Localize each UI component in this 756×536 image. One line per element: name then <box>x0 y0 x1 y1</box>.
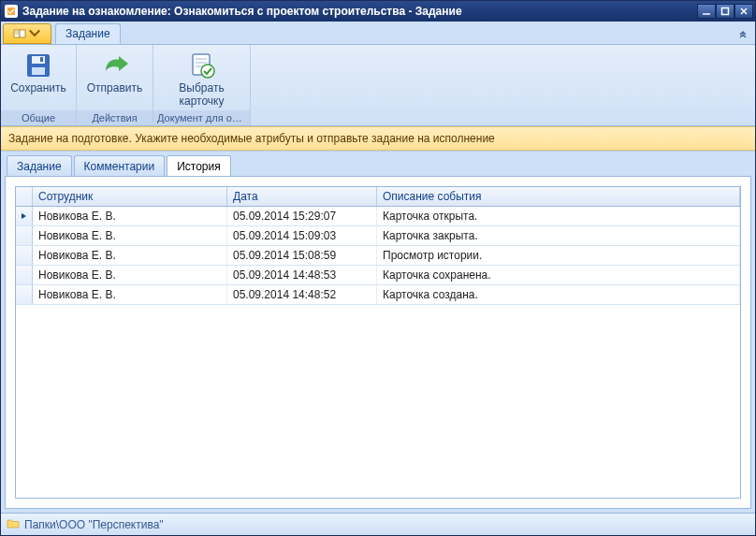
content-tabs: Задание Комментарии История <box>1 151 755 176</box>
choose-card-label: Выбрать карточку <box>179 82 224 109</box>
ribbon-group-label: Действия <box>77 110 153 125</box>
cell-employee: Новикова Е. В. <box>33 246 227 265</box>
maximize-button[interactable] <box>716 4 734 19</box>
card-check-icon <box>187 51 217 80</box>
titlebar: Задание на ознакомление: Ознакомиться с … <box>1 1 755 22</box>
table-row[interactable]: Новикова Е. В.05.09.2014 15:09:03Карточк… <box>16 226 740 246</box>
cell-date: 05.09.2014 15:09:03 <box>227 226 377 245</box>
svg-rect-8 <box>32 67 45 75</box>
send-button[interactable]: Отправить <box>85 49 145 95</box>
table-row[interactable]: Новикова Е. В.05.09.2014 14:48:53Карточк… <box>16 266 740 285</box>
cell-desc: Карточка создана. <box>377 285 740 304</box>
history-grid: Сотрудник Дата Описание события Новикова… <box>15 186 741 499</box>
row-indicator <box>16 266 33 284</box>
cell-date: 05.09.2014 14:48:53 <box>227 266 377 284</box>
floppy-icon <box>23 51 53 80</box>
ribbon-group-label: Документ для озн… <box>153 110 250 125</box>
send-icon <box>100 51 130 80</box>
col-employee[interactable]: Сотрудник <box>33 187 227 206</box>
row-header-corner <box>16 187 33 206</box>
cell-date: 05.09.2014 15:29:07 <box>227 207 377 225</box>
grid-body[interactable]: Новикова Е. В.05.09.2014 15:29:07Карточк… <box>16 207 740 498</box>
svg-rect-3 <box>20 30 25 37</box>
cell-employee: Новикова Е. В. <box>33 285 227 304</box>
app-window: Задание на ознакомление: Ознакомиться с … <box>0 0 756 536</box>
tab-comments[interactable]: Комментарии <box>74 155 166 176</box>
ribbon-group-label: Общие <box>1 110 76 125</box>
svg-rect-9 <box>40 57 43 62</box>
save-button[interactable]: Сохранить <box>8 49 68 95</box>
table-row[interactable]: Новикова Е. В.05.09.2014 15:29:07Карточк… <box>16 207 740 226</box>
row-indicator <box>16 285 33 304</box>
cell-desc: Карточка открыта. <box>377 207 740 225</box>
table-row[interactable]: Новикова Е. В.05.09.2014 15:08:59Просмот… <box>16 246 740 266</box>
ribbon-tab-task[interactable]: Задание <box>55 23 121 44</box>
choose-card-button[interactable]: Выбрать карточку <box>166 49 239 109</box>
ribbon: Сохранить Общие Отправить Действия <box>1 44 755 126</box>
history-panel: Сотрудник Дата Описание события Новикова… <box>5 176 751 509</box>
tab-task[interactable]: Задание <box>7 155 72 176</box>
status-path: Папки\ООО "Перспектива" <box>24 518 164 531</box>
col-date[interactable]: Дата <box>227 187 377 206</box>
doc-icon <box>5 5 18 18</box>
row-indicator <box>16 226 33 245</box>
statusbar: Папки\ООО "Перспектива" <box>1 513 755 535</box>
cell-employee: Новикова Е. В. <box>33 207 227 225</box>
table-row[interactable]: Новикова Е. В.05.09.2014 14:48:52Карточк… <box>16 285 740 305</box>
window-title: Задание на ознакомление: Ознакомиться с … <box>22 5 697 18</box>
ribbon-group-doc: Выбрать карточку Документ для озн… <box>153 45 251 125</box>
col-desc[interactable]: Описание события <box>377 187 740 206</box>
send-label: Отправить <box>87 82 143 95</box>
ribbon-tabstrip: Задание <box>1 22 755 44</box>
ribbon-group-actions: Отправить Действия <box>77 45 153 125</box>
row-indicator <box>16 207 33 225</box>
info-bar: Задание на подготовке. Укажите необходим… <box>1 126 755 151</box>
cell-employee: Новикова Е. В. <box>33 266 227 284</box>
cell-employee: Новикова Е. В. <box>33 226 227 245</box>
ribbon-collapse-button[interactable] <box>734 27 751 44</box>
cell-date: 05.09.2014 14:48:52 <box>227 285 377 304</box>
cell-date: 05.09.2014 15:08:59 <box>227 246 377 265</box>
cell-desc: Карточка сохранена. <box>377 266 740 284</box>
cell-desc: Карточка закрыта. <box>377 226 740 245</box>
svg-rect-1 <box>722 8 729 15</box>
row-indicator <box>16 246 33 265</box>
save-label: Сохранить <box>10 82 66 95</box>
tab-history[interactable]: История <box>167 155 231 176</box>
grid-header: Сотрудник Дата Описание события <box>16 187 740 207</box>
app-menu-button[interactable] <box>3 23 51 44</box>
cell-desc: Просмотр истории. <box>377 246 740 265</box>
ribbon-group-general: Сохранить Общие <box>1 45 77 125</box>
folder-icon <box>7 517 20 531</box>
minimize-button[interactable] <box>697 4 716 19</box>
svg-point-14 <box>201 65 214 78</box>
close-button[interactable] <box>734 4 753 19</box>
